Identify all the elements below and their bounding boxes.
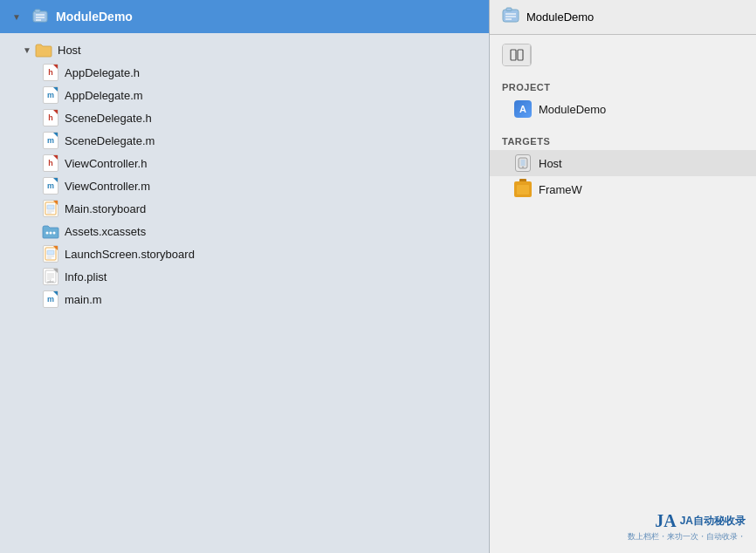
svg-text:plist: plist	[47, 279, 54, 283]
svg-point-9	[46, 232, 49, 235]
m-file-icon: m	[42, 86, 59, 104]
svg-rect-13	[47, 250, 54, 255]
file-item-assets[interactable]: Assets.xcassets	[0, 220, 489, 242]
file-label: AppDelegate.m	[65, 89, 143, 102]
host-folder-label: Host	[58, 44, 81, 57]
xcodeproj-icon: A	[514, 100, 532, 118]
root-disclosure-arrow[interactable]: ▼	[10, 10, 23, 23]
m-file-icon: m	[42, 290, 59, 308]
svg-point-31	[522, 167, 524, 168]
host-disclosure-arrow[interactable]: ▼	[21, 44, 33, 56]
file-label: Main.storyboard	[65, 202, 146, 215]
file-navigator: ▼ ModuleDemo ▼ Host	[0, 0, 489, 553]
folder-icon	[35, 41, 52, 58]
file-label: ViewController.m	[65, 180, 150, 193]
h-file-icon: h	[42, 154, 59, 172]
navigator-header: ▼ ModuleDemo	[0, 0, 489, 33]
file-item-scenedelegate-h[interactable]: h SceneDelegate.h	[0, 106, 489, 129]
file-label: Assets.xcassets	[65, 225, 146, 238]
file-item-appdelegate-m[interactable]: m AppDelegate.m	[0, 84, 489, 106]
file-label: Info.plist	[65, 270, 107, 283]
project-section-header: PROJECT	[490, 75, 756, 96]
svg-rect-23	[506, 8, 512, 11]
inspector-panel: ModuleDemo PROJECT A ModuleDemo TARGETS	[489, 0, 756, 553]
watermark-text: JA自动秘收录	[680, 514, 746, 529]
svg-rect-22	[503, 10, 519, 22]
storyboard-icon	[42, 200, 59, 217]
framew-target-icon	[514, 181, 532, 198]
host-target-icon	[514, 154, 532, 172]
svg-rect-27	[511, 50, 516, 60]
target-host-item[interactable]: Host	[490, 150, 756, 176]
file-label: SceneDelegate.h	[65, 112, 152, 125]
svg-rect-6	[47, 205, 54, 209]
file-label: ViewController.h	[65, 157, 147, 170]
inspector-title: ModuleDemo	[526, 10, 594, 24]
project-moduledemo-item[interactable]: A ModuleDemo	[490, 96, 756, 122]
watermark: JA JA自动秘收录 数上档栏・来功一次・自动收录・	[628, 511, 746, 543]
inspector-project-icon	[502, 7, 519, 27]
assets-icon	[42, 222, 59, 240]
h-file-icon: h	[42, 109, 59, 126]
svg-point-10	[50, 232, 52, 235]
m-file-icon: m	[42, 132, 59, 149]
split-view-button[interactable]	[503, 44, 531, 65]
project-item-label: ModuleDemo	[539, 103, 606, 116]
host-target-label: Host	[539, 157, 562, 170]
target-framew-item[interactable]: FrameW	[490, 176, 756, 202]
file-item-main-storyboard[interactable]: Main.storyboard	[0, 197, 489, 220]
plist-icon: plist	[42, 268, 59, 285]
framew-target-label: FrameW	[539, 183, 582, 196]
svg-rect-28	[518, 50, 523, 60]
targets-section-header: TARGETS	[490, 129, 756, 150]
file-tree: ▼ Host h AppDelegate.h m	[0, 33, 489, 553]
file-label: SceneDelegate.m	[65, 134, 155, 147]
svg-rect-1	[35, 10, 40, 12]
file-item-info-plist[interactable]: plist Info.plist	[0, 265, 489, 288]
watermark-subtext: 数上档栏・来功一次・自动收录・	[628, 531, 746, 543]
file-item-appdelegate-h[interactable]: h AppDelegate.h	[0, 61, 489, 84]
project-icon	[31, 8, 49, 25]
file-label: main.m	[65, 293, 102, 306]
h-file-icon: h	[42, 64, 59, 81]
storyboard-icon	[42, 245, 59, 263]
panel-toggle-group	[502, 44, 532, 66]
file-label: LaunchScreen.storyboard	[65, 248, 195, 261]
file-label: AppDelegate.h	[65, 66, 140, 79]
svg-point-11	[53, 232, 56, 235]
file-item-main-m[interactable]: m main.m	[0, 288, 489, 311]
m-file-icon: m	[42, 177, 59, 195]
host-folder-item[interactable]: ▼ Host	[0, 38, 489, 61]
file-item-viewcontroller-m[interactable]: m ViewController.m	[0, 174, 489, 197]
file-item-launchscreen-storyboard[interactable]: LaunchScreen.storyboard	[0, 242, 489, 265]
project-title: ModuleDemo	[56, 10, 133, 24]
file-item-viewcontroller-h[interactable]: h ViewController.h	[0, 152, 489, 174]
file-item-scenedelegate-m[interactable]: m SceneDelegate.m	[0, 129, 489, 152]
inspector-header: ModuleDemo	[490, 0, 756, 35]
svg-rect-30	[521, 160, 526, 166]
